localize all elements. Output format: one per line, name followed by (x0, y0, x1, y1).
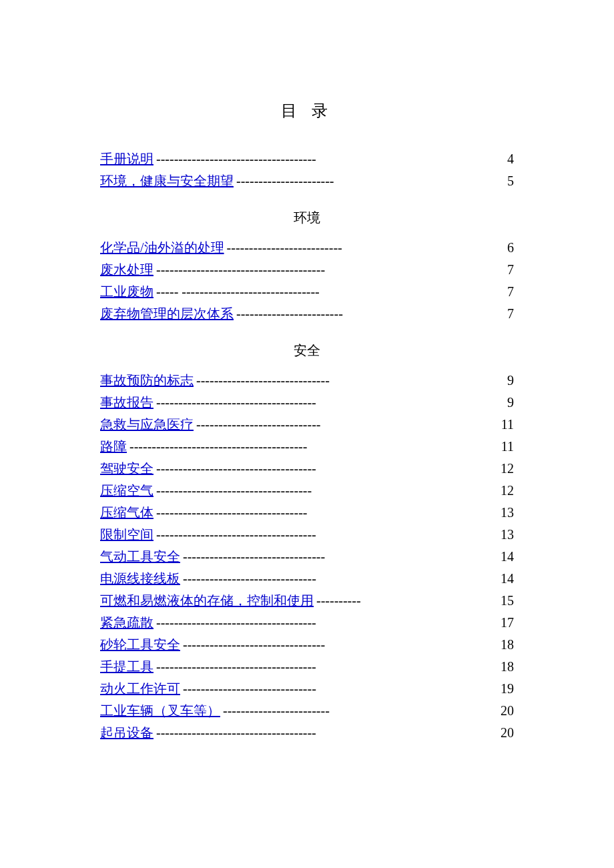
toc-link[interactable]: 压缩气体 (100, 502, 154, 524)
toc-leader: ------------------------------------ (154, 458, 501, 480)
toc-link[interactable]: 工业车辆（叉车等） (100, 700, 220, 722)
toc-leader: ------------------------------------ (154, 612, 501, 634)
toc-page-number: 20 (501, 700, 514, 722)
toc-link[interactable]: 环境，健康与安全期望 (100, 170, 234, 192)
toc-leader: -------------------------------- (180, 634, 501, 656)
toc-page-number: 19 (501, 678, 514, 700)
toc-row: 工业废物----- ------------------------------… (100, 281, 514, 303)
toc-leader: ------------------------------------ (154, 722, 501, 744)
toc-leader: ------------------------------------ (154, 524, 501, 546)
toc-page-number: 14 (501, 568, 514, 590)
toc-page-number: 13 (501, 502, 514, 524)
toc-title: 目 录 (100, 100, 514, 121)
toc-row: 电源线接线板 ------------------------------14 (100, 568, 514, 590)
toc-row: 环境，健康与安全期望 ----------------------5 (100, 170, 514, 192)
toc-page-number: 11 (501, 436, 514, 458)
toc-row: 砂轮工具安全 --------------------------------1… (100, 634, 514, 656)
toc-leader: -------------------------------------- (154, 259, 507, 281)
toc-row: 手提工具 -----------------------------------… (100, 656, 514, 678)
toc-row: 化学品/油外溢的处理--------------------------6 (100, 237, 514, 259)
toc-row: 压缩空气 -----------------------------------… (100, 480, 514, 502)
section-heading: 安全 (100, 342, 514, 360)
toc-container: 手册说明 -----------------------------------… (100, 148, 514, 744)
toc-leader: ----- ------------------------------- (154, 281, 507, 303)
toc-leader: ------------------------ (234, 303, 507, 325)
toc-page-number: 17 (501, 612, 514, 634)
toc-link[interactable]: 急救与应急医疗 (100, 414, 194, 436)
toc-leader: ------------------------------ (194, 370, 507, 392)
toc-leader: ---------------------------------- (154, 502, 501, 524)
toc-page-number: 12 (501, 480, 514, 502)
toc-page-number: 5 (507, 170, 514, 192)
toc-page-number: 14 (501, 546, 514, 568)
toc-row: 动火工作许可 ------------------------------19 (100, 678, 514, 700)
toc-link[interactable]: 气动工具安全 (100, 546, 180, 568)
toc-link[interactable]: 事故报告 (100, 392, 154, 414)
section-heading: 环境 (100, 209, 514, 227)
toc-link[interactable]: 路障 (100, 436, 127, 458)
toc-page-number: 13 (501, 524, 514, 546)
toc-page-number: 9 (507, 392, 514, 414)
toc-link[interactable]: 电源线接线板 (100, 568, 180, 590)
toc-leader: ------------------------------------ (154, 656, 501, 678)
toc-link[interactable]: 废弃物管理的层次体系 (100, 303, 234, 325)
toc-row: 工业车辆（叉车等） ------------------------20 (100, 700, 514, 722)
toc-row: 可燃和易燃液体的存储，控制和使用 ----------15 (100, 590, 514, 612)
toc-leader: ------------------------------------ (154, 148, 507, 170)
toc-row: 事故预防的标志 ------------------------------9 (100, 370, 514, 392)
toc-link[interactable]: 化学品/油外溢的处理 (100, 237, 224, 259)
toc-row: 气动工具安全 --------------------------------1… (100, 546, 514, 568)
toc-row: 压缩气体 ----------------------------------1… (100, 502, 514, 524)
toc-row: 事故报告 -----------------------------------… (100, 392, 514, 414)
toc-link[interactable]: 起吊设备 (100, 722, 154, 744)
toc-row: 紧急疏散 -----------------------------------… (100, 612, 514, 634)
toc-link[interactable]: 可燃和易燃液体的存储，控制和使用 (100, 590, 314, 612)
toc-page-number: 9 (507, 370, 514, 392)
toc-page-number: 18 (501, 656, 514, 678)
toc-page-number: 12 (501, 458, 514, 480)
toc-link[interactable]: 紧急疏散 (100, 612, 154, 634)
toc-leader: ---------------------- (234, 170, 507, 192)
toc-link[interactable]: 限制空间 (100, 524, 154, 546)
toc-link[interactable]: 手册说明 (100, 148, 154, 170)
toc-link[interactable]: 压缩空气 (100, 480, 154, 502)
toc-page-number: 20 (501, 722, 514, 744)
toc-link[interactable]: 砂轮工具安全 (100, 634, 180, 656)
toc-link[interactable]: 事故预防的标志 (100, 370, 194, 392)
toc-link[interactable]: 工业废物 (100, 281, 154, 303)
toc-leader: ---------------------------- (194, 414, 501, 436)
toc-page-number: 15 (501, 590, 514, 612)
toc-link[interactable]: 手提工具 (100, 656, 154, 678)
toc-row: 手册说明 -----------------------------------… (100, 148, 514, 170)
toc-leader: ------------------------------------ (154, 392, 507, 414)
toc-row: 驾驶安全 -----------------------------------… (100, 458, 514, 480)
toc-row: 路障 -------------------------------------… (100, 436, 514, 458)
toc-row: 废水处理------------------------------------… (100, 259, 514, 281)
toc-page-number: 7 (507, 259, 514, 281)
toc-page-number: 18 (501, 634, 514, 656)
toc-leader: -------------------------------- (180, 546, 501, 568)
toc-leader: ------------------------ (220, 700, 501, 722)
toc-leader: -------------------------- (224, 237, 507, 259)
toc-leader: ----------------------------------- (154, 480, 501, 502)
toc-page-number: 11 (501, 414, 514, 436)
toc-page-number: 7 (507, 303, 514, 325)
document-page: 目 录 手册说明 -------------------------------… (0, 0, 614, 784)
toc-link[interactable]: 驾驶安全 (100, 458, 154, 480)
toc-leader: ------------------------------ (180, 678, 501, 700)
toc-leader: ------------------------------ (180, 568, 501, 590)
toc-row: 限制空间 -----------------------------------… (100, 524, 514, 546)
toc-leader: ---------- (314, 590, 501, 612)
toc-row: 废弃物管理的层次体系 ------------------------7 (100, 303, 514, 325)
toc-row: 急救与应急医疗 ----------------------------11 (100, 414, 514, 436)
toc-link[interactable]: 动火工作许可 (100, 678, 180, 700)
toc-page-number: 7 (507, 281, 514, 303)
toc-page-number: 6 (507, 237, 514, 259)
toc-row: 起吊设备 -----------------------------------… (100, 722, 514, 744)
toc-page-number: 4 (507, 148, 514, 170)
toc-leader: ---------------------------------------- (127, 436, 501, 458)
toc-link[interactable]: 废水处理 (100, 259, 154, 281)
